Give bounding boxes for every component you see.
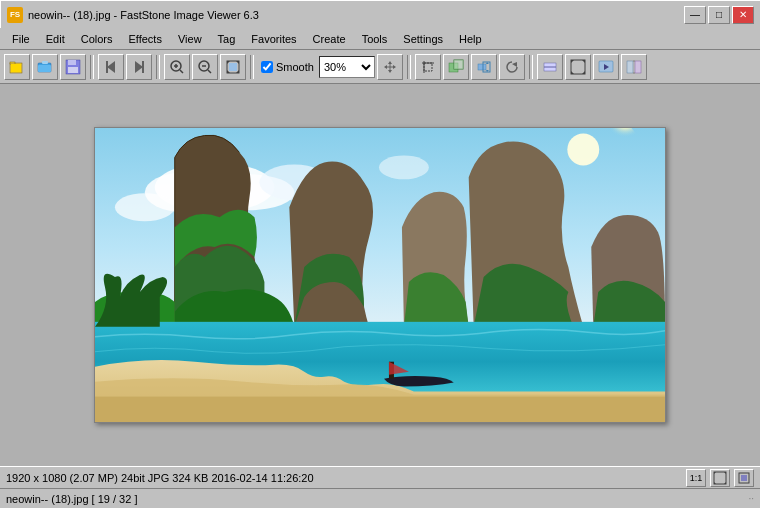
smooth-label[interactable]: Smooth [261,61,314,73]
svg-rect-61 [714,472,726,484]
image-display [94,127,666,423]
svg-line-19 [208,70,211,73]
smooth-checkbox[interactable] [261,61,273,73]
toolbar: Smooth 10% 20% 30% 50% 75% 100% 150% 200… [0,50,760,84]
toolbar-separator-4 [407,55,411,79]
svg-marker-36 [512,62,517,67]
app-icon: FS [7,7,23,23]
title-bar: FS neowin-- (18).jpg - FastStone Image V… [0,0,760,28]
svg-marker-63 [724,472,726,474]
menu-tools[interactable]: Tools [354,31,396,47]
zoom-100-button[interactable]: 1:1 [686,469,706,487]
svg-rect-4 [38,65,51,72]
close-button[interactable]: ✕ [732,6,754,24]
svg-rect-26 [424,63,432,71]
menu-effects[interactable]: Effects [121,31,170,47]
toolbar-separator-3 [250,55,254,79]
svg-rect-60 [95,397,665,422]
resize-handle[interactable]: ·· [748,493,754,504]
svg-rect-39 [571,60,585,74]
svg-rect-8 [68,67,78,73]
pan-button[interactable] [377,54,403,80]
svg-rect-47 [635,61,641,73]
toolbar-separator-2 [156,55,160,79]
svg-rect-7 [68,60,76,65]
menu-view[interactable]: View [170,31,210,47]
smooth-text: Smooth [276,61,314,73]
status-controls: 1:1 [686,469,754,487]
filename-info: neowin-- (18).jpg [ 19 / 32 ] [6,493,137,505]
fullscreen-status-button[interactable] [734,469,754,487]
svg-marker-9 [107,61,115,73]
svg-marker-64 [714,482,716,484]
svg-marker-65 [724,482,726,484]
compare-button[interactable] [621,54,647,80]
save-button[interactable] [60,54,86,80]
svg-rect-1 [10,62,15,64]
menu-file[interactable]: File [4,31,38,47]
resize-button[interactable] [471,54,497,80]
rotate-button[interactable] [499,54,525,80]
open-folder-button[interactable] [32,54,58,80]
zoom-select[interactable]: 10% 20% 30% 50% 75% 100% 150% 200% [319,56,375,78]
svg-point-52 [567,133,599,165]
window-controls: — □ ✕ [684,6,754,24]
svg-line-16 [180,70,183,73]
zoom-out-button[interactable] [192,54,218,80]
svg-rect-67 [741,475,747,481]
svg-rect-32 [478,64,486,70]
slideshow-button[interactable] [593,54,619,80]
fit-page-button[interactable] [220,54,246,80]
toolbar-separator-1 [90,55,94,79]
svg-rect-10 [106,61,108,73]
svg-marker-62 [714,472,716,474]
crop-button[interactable] [415,54,441,80]
zoom-100-label: 1:1 [690,473,703,483]
fit-window-button[interactable] [710,469,730,487]
main-area [0,84,760,466]
zoom-in-button[interactable] [164,54,190,80]
svg-point-58 [379,155,429,179]
svg-rect-12 [142,61,144,73]
bottom-bar: neowin-- (18).jpg [ 19 / 32 ] ·· [0,488,760,508]
menu-favorites[interactable]: Favorites [243,31,304,47]
toolbar-separator-5 [529,55,533,79]
svg-rect-2 [11,64,21,72]
next-button[interactable] [126,54,152,80]
window-title: neowin-- (18).jpg - FastStone Image View… [28,9,684,21]
menu-create[interactable]: Create [305,31,354,47]
svg-rect-5 [42,61,48,64]
menu-bar: File Edit Colors Effects View Tag Favori… [0,28,760,50]
svg-point-57 [115,193,175,221]
fit-window-icon [713,471,727,485]
svg-marker-11 [135,61,143,73]
image-info: 1920 x 1080 (2.07 MP) 24bit JPG 324 KB 2… [6,472,314,484]
menu-settings[interactable]: Settings [395,31,451,47]
clone-button[interactable] [443,54,469,80]
svg-rect-31 [454,60,463,69]
maximize-button[interactable]: □ [708,6,730,24]
menu-colors[interactable]: Colors [73,31,121,47]
open-button[interactable] [4,54,30,80]
menu-tag[interactable]: Tag [210,31,244,47]
menu-edit[interactable]: Edit [38,31,73,47]
minimize-button[interactable]: — [684,6,706,24]
menu-help[interactable]: Help [451,31,490,47]
status-bar: 1920 x 1080 (2.07 MP) 24bit JPG 324 KB 2… [0,466,760,488]
prev-button[interactable] [98,54,124,80]
svg-rect-21 [229,63,237,71]
fullscreen-button[interactable] [565,54,591,80]
fit-width-button[interactable] [537,54,563,80]
svg-rect-46 [627,61,633,73]
fullscreen-status-icon [737,471,751,485]
